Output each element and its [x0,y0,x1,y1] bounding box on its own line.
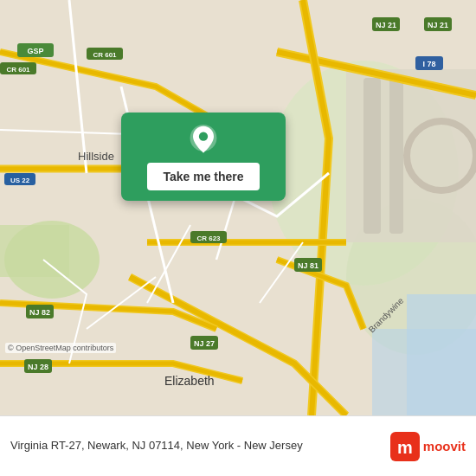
svg-rect-7 [389,78,403,234]
svg-text:CR 601: CR 601 [6,66,30,74]
moovit-brand-text: moovit [423,439,466,453]
svg-text:NJ 81: NJ 81 [298,261,318,270]
map-view: GSP CR 601 CR 601 NJ 21 NJ 21 I 78 US 22… [0,0,476,415]
svg-text:NJ 21: NJ 21 [376,21,396,29]
svg-text:NJ 28: NJ 28 [28,363,48,371]
svg-text:GSP: GSP [27,47,43,55]
location-pin-icon [188,125,219,156]
moovit-m-icon: m [390,432,420,461]
svg-text:m: m [397,438,413,457]
svg-text:NJ 27: NJ 27 [194,339,215,348]
svg-text:CR 601: CR 601 [93,51,117,59]
popup-card: Take me there [121,113,286,201]
svg-rect-10 [372,329,476,415]
svg-text:US 22: US 22 [10,177,30,184]
take-me-there-button[interactable]: Take me there [147,163,259,190]
svg-text:I 78: I 78 [422,60,435,68]
svg-text:Hillside: Hillside [78,150,114,163]
svg-text:NJ 82: NJ 82 [29,308,50,317]
svg-rect-6 [363,78,381,234]
svg-point-39 [199,132,208,141]
svg-rect-2 [0,225,69,277]
svg-text:Elizabeth: Elizabeth [164,374,215,388]
osm-credit: © OpenStreetMap contributors [5,343,116,353]
moovit-logo: m moovit [390,432,466,461]
address-text: Virginia RT-27, Newark, NJ 07114, New Yo… [10,438,390,453]
svg-text:CR 623: CR 623 [196,235,221,242]
map-svg: GSP CR 601 CR 601 NJ 21 NJ 21 I 78 US 22… [0,0,476,415]
bottom-bar: Virginia RT-27, Newark, NJ 07114, New Yo… [0,415,476,476]
svg-text:NJ 21: NJ 21 [428,21,448,29]
